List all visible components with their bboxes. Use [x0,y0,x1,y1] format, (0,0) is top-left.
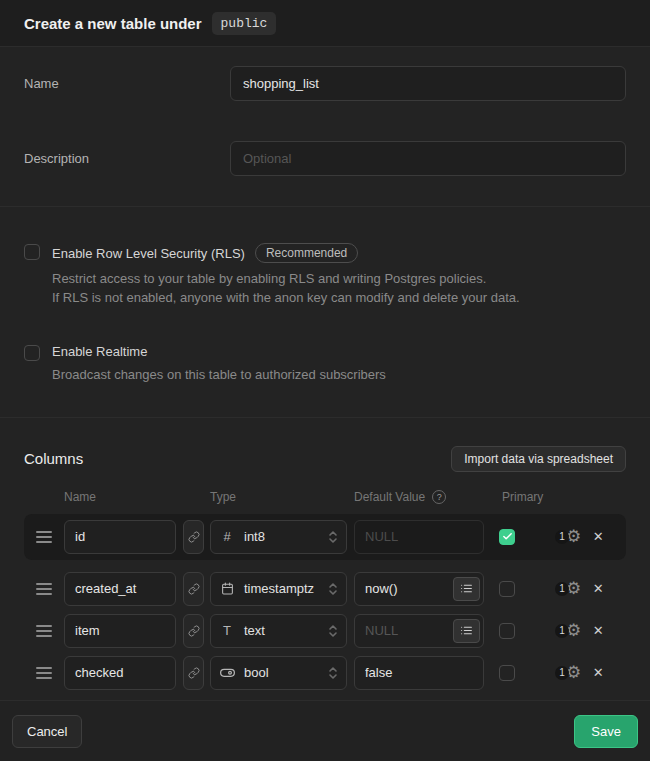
settings-count-badge: 1 [555,624,569,638]
column-settings-button[interactable]: 1 ⚙ [555,622,581,639]
check-icon [502,531,513,542]
hash-icon: # [219,529,235,544]
column-settings-button[interactable]: 1 ⚙ [555,528,581,545]
recommended-badge: Recommended [255,243,358,263]
column-type-select[interactable]: bool [210,656,347,690]
columns-table-head: Name Type Default Value ? Primary [24,490,626,504]
default-value-cell [354,572,484,606]
table-description-input[interactable] [230,141,626,176]
realtime-description: Broadcast changes on this table to autho… [52,366,386,385]
column-header-default: Default Value ? [354,490,502,504]
primary-checkbox[interactable] [499,529,515,545]
suggested-values-list-icon[interactable] [453,619,480,643]
calendar-icon [219,582,235,595]
column-header-default-label: Default Value [354,490,425,504]
column-rows: # int8 1 ⚙ [24,514,626,690]
default-value-cell [354,614,484,648]
chevron-up-down-icon [328,582,338,596]
column-type-label: text [244,623,319,638]
chevron-up-down-icon [328,666,338,680]
rls-description-line2: If RLS is not enabled, anyone with the a… [52,289,520,308]
cancel-button[interactable]: Cancel [12,715,82,748]
column-name-input[interactable] [64,572,176,606]
column-type-select[interactable]: # int8 [210,520,347,554]
foreign-key-link-icon[interactable] [183,614,204,648]
column-type-select[interactable]: timestamptz [210,572,347,606]
foreign-key-link-icon[interactable] [183,520,204,554]
close-icon: ✕ [593,665,604,680]
drag-handle-icon[interactable] [36,583,52,595]
column-type-label: int8 [244,529,319,544]
close-icon: ✕ [593,581,604,596]
settings-count-badge: 1 [555,530,569,544]
description-row: Description [24,141,626,176]
table-info-section: Name Description [0,47,650,207]
primary-checkbox[interactable] [499,623,515,639]
drag-handle-icon[interactable] [36,667,52,679]
column-settings-button[interactable]: 1 ⚙ [555,664,581,681]
table-row: bool 1 ⚙ ✕ [24,656,626,690]
column-type-label: bool [244,665,319,680]
suggested-values-list-icon[interactable] [453,577,480,601]
default-value-cell [354,656,484,690]
table-row: # int8 1 ⚙ [24,520,626,554]
delete-column-button[interactable]: ✕ [589,664,607,682]
primary-checkbox[interactable] [499,665,515,681]
column-name-input[interactable] [64,656,176,690]
import-spreadsheet-button[interactable]: Import data via spreadsheet [451,446,626,472]
table-options-section: Enable Row Level Security (RLS) Recommen… [0,207,650,418]
delete-column-button[interactable]: ✕ [589,528,607,546]
realtime-description-line: Broadcast changes on this table to autho… [52,366,386,385]
rls-option: Enable Row Level Security (RLS) Recommen… [24,243,626,308]
drag-handle-icon[interactable] [36,625,52,637]
save-button[interactable]: Save [574,715,638,748]
column-name-input[interactable] [64,614,176,648]
panel-header: Create a new table under public [0,0,650,47]
close-icon: ✕ [593,623,604,638]
delete-column-button[interactable]: ✕ [589,580,607,598]
rls-label: Enable Row Level Security (RLS) [52,246,245,261]
realtime-content: Enable Realtime Broadcast changes on thi… [52,344,386,385]
toggle-icon [219,665,235,680]
primary-checkbox[interactable] [499,581,515,597]
columns-heading: Columns [24,450,83,467]
text-type-icon: T [219,623,235,638]
column-header-primary: Primary [502,490,543,504]
help-circle-icon[interactable]: ? [432,490,446,504]
rls-content: Enable Row Level Security (RLS) Recommen… [52,243,520,308]
foreign-key-link-icon[interactable] [183,656,204,690]
chevron-up-down-icon [328,624,338,638]
rls-description: Restrict access to your table by enablin… [52,270,520,308]
schema-badge: public [212,12,277,35]
panel-title: Create a new table under [24,15,202,32]
close-icon: ✕ [593,529,604,544]
column-type-label: timestamptz [244,581,319,596]
default-value-input[interactable] [354,656,484,690]
column-header-type: Type [210,490,354,504]
panel-footer: Cancel Save [0,700,650,761]
realtime-checkbox[interactable] [24,345,40,361]
realtime-title-row: Enable Realtime [52,344,386,359]
realtime-label: Enable Realtime [52,344,147,359]
rls-checkbox[interactable] [24,244,40,260]
table-name-input[interactable] [230,66,626,101]
default-value-cell [354,520,484,554]
columns-section: Columns Import data via spreadsheet Name… [0,418,650,700]
realtime-option: Enable Realtime Broadcast changes on thi… [24,344,626,385]
table-row: T text 1 ⚙ ✕ [24,614,626,648]
rls-title-row: Enable Row Level Security (RLS) Recommen… [52,243,520,263]
column-name-input[interactable] [64,520,176,554]
name-row: Name [24,66,626,101]
column-settings-button[interactable]: 1 ⚙ [555,580,581,597]
chevron-up-down-icon [328,530,338,544]
table-row: timestamptz 1 ⚙ ✕ [24,572,626,606]
foreign-key-link-icon[interactable] [183,572,204,606]
column-row-highlight: # int8 1 ⚙ [24,514,626,560]
create-table-panel: Create a new table under public Name Des… [0,0,650,761]
settings-count-badge: 1 [555,666,569,680]
column-type-select[interactable]: T text [210,614,347,648]
description-label: Description [24,151,230,166]
columns-header: Columns Import data via spreadsheet [24,446,626,472]
delete-column-button[interactable]: ✕ [589,622,607,640]
drag-handle-icon[interactable] [36,531,52,543]
